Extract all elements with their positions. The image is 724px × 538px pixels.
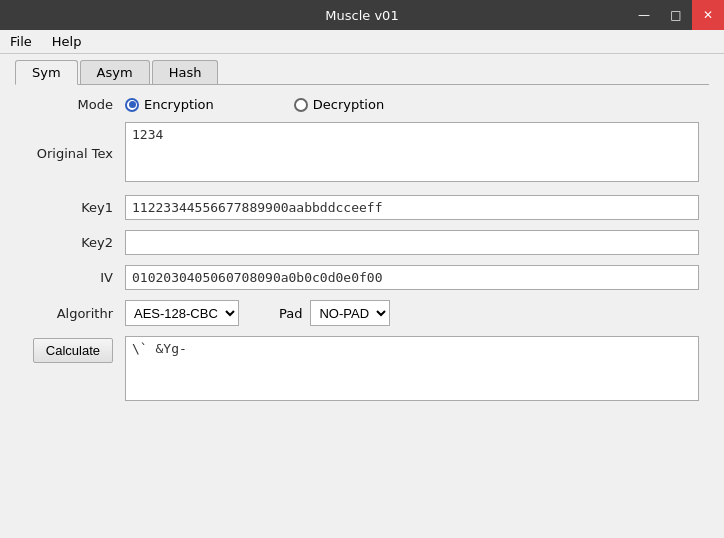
key2-label: Key2	[25, 235, 125, 250]
original-tex-row: Original Tex 1234	[25, 122, 699, 185]
mode-label: Mode	[25, 97, 125, 112]
encryption-radio[interactable]	[125, 98, 139, 112]
window-controls: — □ ✕	[628, 0, 724, 30]
original-tex-input[interactable]: 1234	[125, 122, 699, 182]
iv-label: IV	[25, 270, 125, 285]
key1-control	[125, 195, 699, 220]
main-content: Sym Asym Hash Mode Encryption Decryption…	[0, 54, 724, 429]
original-tex-label: Original Tex	[25, 146, 125, 161]
tab-sym[interactable]: Sym	[15, 60, 78, 85]
key2-row: Key2	[25, 230, 699, 255]
menu-help[interactable]: Help	[42, 32, 92, 51]
key1-label: Key1	[25, 200, 125, 215]
decryption-option[interactable]: Decryption	[294, 97, 384, 112]
pad-group: Pad NO-PAD PKCS5 PKCS7 ZERO	[279, 300, 390, 326]
pad-select[interactable]: NO-PAD PKCS5 PKCS7 ZERO	[310, 300, 390, 326]
window-title: Muscle v01	[96, 8, 628, 23]
tab-hash[interactable]: Hash	[152, 60, 219, 84]
iv-row: IV	[25, 265, 699, 290]
titlebar: Muscle v01 — □ ✕	[0, 0, 724, 30]
key2-input[interactable]	[125, 230, 699, 255]
maximize-button[interactable]: □	[660, 0, 692, 30]
decryption-radio[interactable]	[294, 98, 308, 112]
menubar: File Help	[0, 30, 724, 54]
decryption-label: Decryption	[313, 97, 384, 112]
key1-input[interactable]	[125, 195, 699, 220]
encryption-option[interactable]: Encryption	[125, 97, 214, 112]
pad-label: Pad	[279, 306, 302, 321]
iv-input[interactable]	[125, 265, 699, 290]
calculate-btn-area: Calculate	[25, 336, 125, 363]
algorithm-row: Algorithr AES-128-CBC AES-192-CBC AES-25…	[25, 300, 699, 326]
algorithm-select[interactable]: AES-128-CBC AES-192-CBC AES-256-CBC DES-…	[125, 300, 239, 326]
key2-control	[125, 230, 699, 255]
tab-asym[interactable]: Asym	[80, 60, 150, 84]
mode-options: Encryption Decryption	[125, 97, 699, 112]
tab-bar: Sym Asym Hash	[15, 54, 709, 85]
close-button[interactable]: ✕	[692, 0, 724, 30]
key1-row: Key1	[25, 195, 699, 220]
mode-row: Mode Encryption Decryption	[25, 97, 699, 112]
encryption-label: Encryption	[144, 97, 214, 112]
calculate-row: Calculate \` &Yg-	[25, 336, 699, 404]
algorithm-label: Algorithr	[25, 306, 125, 321]
calculate-button[interactable]: Calculate	[33, 338, 113, 363]
minimize-button[interactable]: —	[628, 0, 660, 30]
iv-control	[125, 265, 699, 290]
form-area: Mode Encryption Decryption Original Tex …	[15, 97, 709, 404]
output-textarea[interactable]: \` &Yg-	[125, 336, 699, 401]
menu-file[interactable]: File	[0, 32, 42, 51]
original-tex-control: 1234	[125, 122, 699, 185]
output-control: \` &Yg-	[125, 336, 699, 404]
